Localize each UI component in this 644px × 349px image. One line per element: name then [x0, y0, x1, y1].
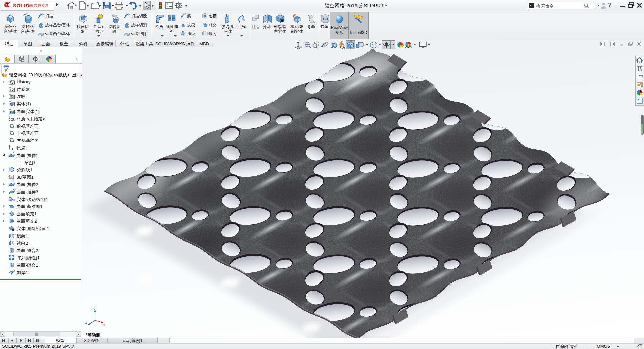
- svg-text:GD: GD: [203, 15, 207, 17]
- svg-text:3D: 3D: [10, 175, 14, 179]
- svg-text:SOLID: SOLID: [13, 3, 29, 8]
- svg-text:Z: Z: [85, 321, 87, 324]
- svg-text:GD: GD: [323, 17, 328, 21]
- svg-text:A: A: [11, 95, 13, 99]
- svg-text:X: X: [103, 323, 105, 326]
- svg-text:A: A: [342, 45, 345, 49]
- svg-text:Y: Y: [93, 308, 95, 311]
- svg-text:WORKS: WORKS: [29, 3, 49, 8]
